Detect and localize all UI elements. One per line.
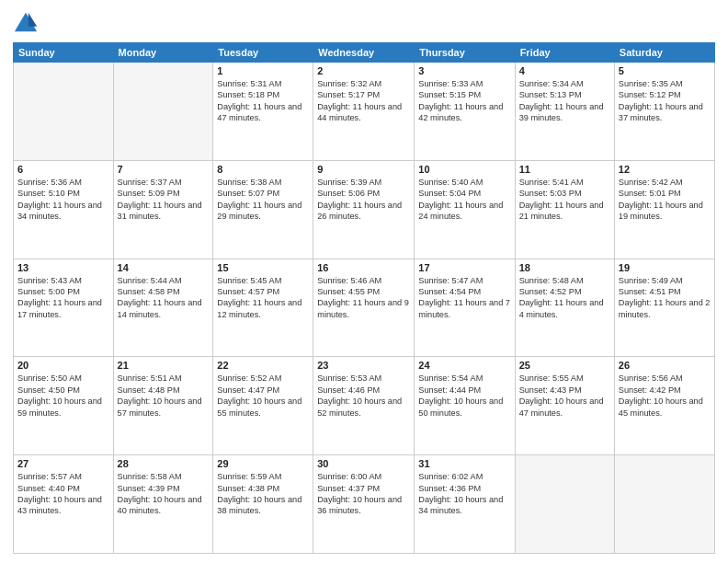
calendar-cell: 12Sunrise: 5:42 AMSunset: 5:01 PMDayligh… <box>614 160 714 259</box>
calendar-cell <box>14 63 114 161</box>
day-info: Sunrise: 5:31 AMSunset: 5:18 PMDaylight:… <box>217 78 309 124</box>
day-number: 11 <box>519 164 610 175</box>
day-number: 4 <box>519 65 610 76</box>
calendar-cell: 25Sunrise: 5:55 AMSunset: 4:43 PMDayligh… <box>515 357 614 455</box>
day-number: 30 <box>317 458 410 469</box>
day-info: Sunrise: 5:40 AMSunset: 5:04 PMDaylight:… <box>418 177 510 223</box>
day-info: Sunrise: 5:52 AMSunset: 4:47 PMDaylight:… <box>217 373 309 419</box>
day-info: Sunrise: 6:00 AMSunset: 4:37 PMDaylight:… <box>317 471 410 517</box>
calendar-cell: 3Sunrise: 5:33 AMSunset: 5:15 PMDaylight… <box>415 63 515 161</box>
day-info: Sunrise: 5:55 AMSunset: 4:43 PMDaylight:… <box>519 373 610 419</box>
day-number: 31 <box>418 458 510 469</box>
calendar-header-tuesday: Tuesday <box>213 43 313 63</box>
calendar-cell: 4Sunrise: 5:34 AMSunset: 5:13 PMDaylight… <box>515 63 614 161</box>
day-number: 2 <box>317 65 410 76</box>
day-info: Sunrise: 5:56 AMSunset: 4:42 PMDaylight:… <box>619 373 711 419</box>
day-number: 22 <box>217 360 309 371</box>
day-info: Sunrise: 5:34 AMSunset: 5:13 PMDaylight:… <box>519 78 610 124</box>
day-info: Sunrise: 5:45 AMSunset: 4:57 PMDaylight:… <box>217 275 309 321</box>
calendar-cell: 19Sunrise: 5:49 AMSunset: 4:51 PMDayligh… <box>614 259 714 357</box>
calendar-cell: 13Sunrise: 5:43 AMSunset: 5:00 PMDayligh… <box>14 259 114 357</box>
day-number: 20 <box>17 360 109 371</box>
week-row-5: 27Sunrise: 5:57 AMSunset: 4:40 PMDayligh… <box>14 455 715 554</box>
day-number: 6 <box>17 164 109 175</box>
day-info: Sunrise: 5:32 AMSunset: 5:17 PMDaylight:… <box>317 78 410 124</box>
day-number: 10 <box>418 164 510 175</box>
logo <box>13 9 42 35</box>
calendar-cell: 27Sunrise: 5:57 AMSunset: 4:40 PMDayligh… <box>14 455 114 554</box>
day-number: 3 <box>418 65 510 76</box>
day-number: 16 <box>317 262 410 273</box>
day-number: 8 <box>217 164 309 175</box>
calendar-cell: 2Sunrise: 5:32 AMSunset: 5:17 PMDaylight… <box>313 63 415 161</box>
day-number: 18 <box>519 262 610 273</box>
day-number: 17 <box>418 262 510 273</box>
calendar-cell: 30Sunrise: 6:00 AMSunset: 4:37 PMDayligh… <box>313 455 415 554</box>
calendar-cell <box>113 63 213 161</box>
day-info: Sunrise: 5:51 AMSunset: 4:48 PMDaylight:… <box>118 373 210 419</box>
day-info: Sunrise: 5:54 AMSunset: 4:44 PMDaylight:… <box>418 373 510 419</box>
day-info: Sunrise: 5:38 AMSunset: 5:07 PMDaylight:… <box>217 177 309 223</box>
header <box>13 9 715 35</box>
calendar-cell: 5Sunrise: 5:35 AMSunset: 5:12 PMDaylight… <box>614 63 714 161</box>
calendar-cell: 11Sunrise: 5:41 AMSunset: 5:03 PMDayligh… <box>515 160 614 259</box>
day-info: Sunrise: 5:50 AMSunset: 4:50 PMDaylight:… <box>17 373 109 419</box>
calendar-header-saturday: Saturday <box>614 43 714 63</box>
day-info: Sunrise: 5:33 AMSunset: 5:15 PMDaylight:… <box>418 78 510 124</box>
day-info: Sunrise: 5:35 AMSunset: 5:12 PMDaylight:… <box>619 78 711 124</box>
calendar-cell: 10Sunrise: 5:40 AMSunset: 5:04 PMDayligh… <box>415 160 515 259</box>
calendar-cell: 24Sunrise: 5:54 AMSunset: 4:44 PMDayligh… <box>415 357 515 455</box>
day-number: 1 <box>217 65 309 76</box>
calendar-cell: 15Sunrise: 5:45 AMSunset: 4:57 PMDayligh… <box>213 259 313 357</box>
page: SundayMondayTuesdayWednesdayThursdayFrid… <box>0 0 728 563</box>
day-info: Sunrise: 5:41 AMSunset: 5:03 PMDaylight:… <box>519 177 610 223</box>
day-info: Sunrise: 5:44 AMSunset: 4:58 PMDaylight:… <box>118 275 210 321</box>
calendar-cell: 31Sunrise: 6:02 AMSunset: 4:36 PMDayligh… <box>415 455 515 554</box>
calendar-header-monday: Monday <box>113 43 213 63</box>
calendar-cell: 21Sunrise: 5:51 AMSunset: 4:48 PMDayligh… <box>113 357 213 455</box>
day-number: 23 <box>317 360 410 371</box>
day-info: Sunrise: 5:42 AMSunset: 5:01 PMDaylight:… <box>619 177 711 223</box>
week-row-1: 1Sunrise: 5:31 AMSunset: 5:18 PMDaylight… <box>14 63 715 161</box>
day-number: 7 <box>118 164 210 175</box>
day-info: Sunrise: 5:37 AMSunset: 5:09 PMDaylight:… <box>118 177 210 223</box>
day-info: Sunrise: 5:46 AMSunset: 4:55 PMDaylight:… <box>317 275 410 321</box>
calendar-header-sunday: Sunday <box>14 43 114 63</box>
calendar-header-wednesday: Wednesday <box>313 43 415 63</box>
day-number: 13 <box>17 262 109 273</box>
logo-icon <box>13 9 39 35</box>
week-row-2: 6Sunrise: 5:36 AMSunset: 5:10 PMDaylight… <box>14 160 715 259</box>
calendar-cell: 18Sunrise: 5:48 AMSunset: 4:52 PMDayligh… <box>515 259 614 357</box>
calendar-cell: 9Sunrise: 5:39 AMSunset: 5:06 PMDaylight… <box>313 160 415 259</box>
calendar-cell: 16Sunrise: 5:46 AMSunset: 4:55 PMDayligh… <box>313 259 415 357</box>
calendar-cell: 22Sunrise: 5:52 AMSunset: 4:47 PMDayligh… <box>213 357 313 455</box>
calendar-header-thursday: Thursday <box>415 43 515 63</box>
day-info: Sunrise: 5:48 AMSunset: 4:52 PMDaylight:… <box>519 275 610 321</box>
day-number: 14 <box>118 262 210 273</box>
day-number: 29 <box>217 458 309 469</box>
calendar-cell: 8Sunrise: 5:38 AMSunset: 5:07 PMDaylight… <box>213 160 313 259</box>
day-info: Sunrise: 5:39 AMSunset: 5:06 PMDaylight:… <box>317 177 410 223</box>
day-info: Sunrise: 6:02 AMSunset: 4:36 PMDaylight:… <box>418 471 510 517</box>
calendar-cell <box>515 455 614 554</box>
calendar-cell: 7Sunrise: 5:37 AMSunset: 5:09 PMDaylight… <box>113 160 213 259</box>
day-number: 9 <box>317 164 410 175</box>
calendar-cell: 6Sunrise: 5:36 AMSunset: 5:10 PMDaylight… <box>14 160 114 259</box>
calendar-cell: 28Sunrise: 5:58 AMSunset: 4:39 PMDayligh… <box>113 455 213 554</box>
day-info: Sunrise: 5:36 AMSunset: 5:10 PMDaylight:… <box>17 177 109 223</box>
day-number: 21 <box>118 360 210 371</box>
day-number: 27 <box>17 458 109 469</box>
day-info: Sunrise: 5:58 AMSunset: 4:39 PMDaylight:… <box>118 471 210 517</box>
calendar-header-row: SundayMondayTuesdayWednesdayThursdayFrid… <box>14 43 715 63</box>
day-number: 28 <box>118 458 210 469</box>
calendar-cell: 29Sunrise: 5:59 AMSunset: 4:38 PMDayligh… <box>213 455 313 554</box>
calendar-table: SundayMondayTuesdayWednesdayThursdayFrid… <box>13 42 715 554</box>
day-info: Sunrise: 5:59 AMSunset: 4:38 PMDaylight:… <box>217 471 309 517</box>
calendar-header-friday: Friday <box>515 43 614 63</box>
day-info: Sunrise: 5:47 AMSunset: 4:54 PMDaylight:… <box>418 275 510 321</box>
day-number: 5 <box>619 65 711 76</box>
week-row-3: 13Sunrise: 5:43 AMSunset: 5:00 PMDayligh… <box>14 259 715 357</box>
calendar-cell: 23Sunrise: 5:53 AMSunset: 4:46 PMDayligh… <box>313 357 415 455</box>
week-row-4: 20Sunrise: 5:50 AMSunset: 4:50 PMDayligh… <box>14 357 715 455</box>
calendar-cell <box>614 455 714 554</box>
